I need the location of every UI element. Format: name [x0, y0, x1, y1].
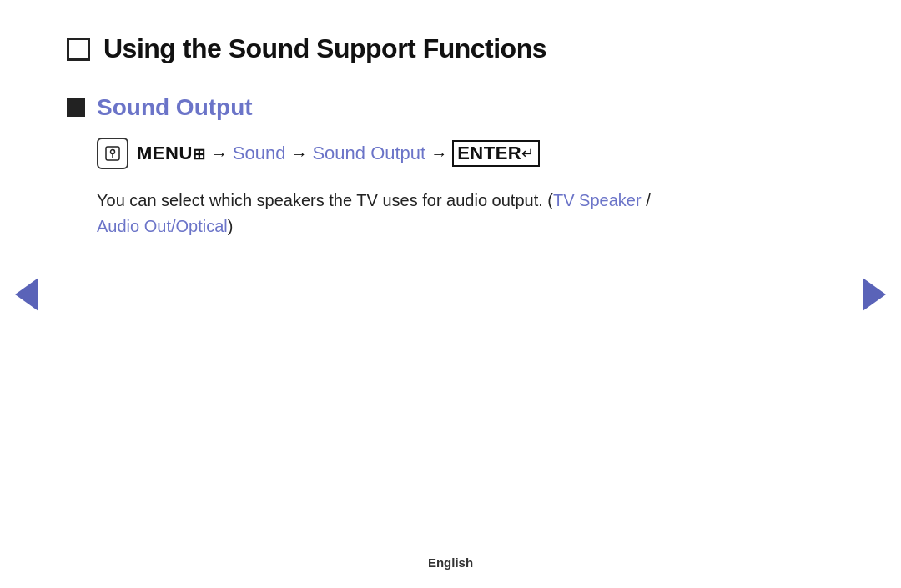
arrow-1: →: [211, 144, 228, 163]
section-heading-text: Sound Output: [97, 94, 253, 121]
description-close: ): [228, 217, 234, 235]
menu-remote-icon: [97, 138, 128, 169]
nav-left-button[interactable]: [15, 278, 38, 311]
footer-language: English: [428, 555, 473, 570]
right-arrow-icon: [863, 278, 886, 311]
menu-label: MENU⊞: [137, 143, 206, 164]
description-link-tv-speaker[interactable]: TV Speaker: [553, 191, 642, 209]
menu-step-sound[interactable]: Sound: [233, 143, 286, 164]
enter-arrow-icon: ↵: [521, 144, 535, 163]
description-text-before: You can select which speakers the TV use…: [97, 191, 553, 209]
nav-right-button[interactable]: [863, 278, 886, 311]
checkbox-icon: [67, 38, 90, 61]
svg-point-1: [111, 150, 115, 154]
description-link-audio-out[interactable]: Audio Out/Optical: [97, 217, 228, 235]
arrow-2: →: [290, 144, 307, 163]
left-arrow-icon: [15, 278, 38, 311]
menu-step-sound-output[interactable]: Sound Output: [312, 143, 425, 164]
description-slash: /: [642, 191, 651, 209]
arrow-3: →: [430, 144, 447, 163]
filled-square-icon: [67, 98, 85, 117]
enter-button: ENTER↵: [452, 140, 540, 167]
main-heading-text: Using the Sound Support Functions: [103, 33, 546, 64]
page-container: Using the Sound Support Functions Sound …: [0, 0, 901, 588]
main-heading-row: Using the Sound Support Functions: [67, 33, 834, 64]
section-heading-row: Sound Output: [67, 94, 834, 121]
enter-label: ENTER: [457, 143, 521, 164]
menu-path: MENU⊞ → Sound → Sound Output → ENTER↵: [97, 138, 834, 169]
description-block: You can select which speakers the TV use…: [97, 188, 834, 239]
